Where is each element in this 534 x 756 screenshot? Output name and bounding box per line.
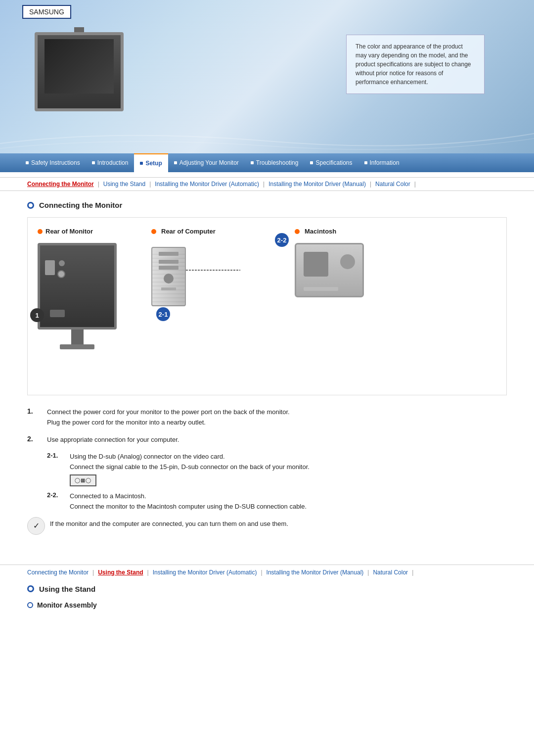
nav-specifications[interactable]: Specifications [304, 153, 358, 172]
nav-introduction[interactable]: Introduction [86, 153, 134, 172]
instruction-2: 2. Use appropriate connection for your c… [27, 435, 507, 445]
sub-instruction-2-1: 2-1. Using the D-sub (Analog) connector … [47, 452, 507, 486]
section1-header: Connecting the Monitor [27, 201, 507, 209]
main-nav: Safety Instructions Introduction Setup A… [0, 153, 534, 172]
stand-section-dot [27, 585, 34, 592]
instructions-list: 1. Connect the power cord for your monit… [27, 407, 507, 512]
note-icon: ✓ [27, 517, 45, 535]
instruction-1: 1. Connect the power cord for your monit… [27, 407, 507, 428]
bottom-breadcrumb-stand[interactable]: Using the Stand [98, 569, 143, 576]
nav-troubleshooting[interactable]: Troubleshooting [245, 153, 305, 172]
computer-tower-image [151, 247, 186, 306]
badge-1: 1 [30, 308, 44, 322]
breadcrumb-nav-bottom: Connecting the Monitor | Using the Stand… [0, 565, 534, 580]
stand-section-title: Using the Stand [39, 585, 95, 593]
bottom-breadcrumb-natural-color[interactable]: Natural Color [373, 569, 408, 576]
bottom-breadcrumb-driver-auto[interactable]: Installing the Monitor Driver (Automatic… [153, 569, 257, 576]
rear-monitor-label: Rear of Monitor [38, 228, 93, 235]
breadcrumb-natural-color[interactable]: Natural Color [375, 181, 410, 188]
connection-diagram: Rear of Monitor 1 [27, 217, 507, 395]
breadcrumb-driver-manual[interactable]: Installing the Monitor Driver (Manual) [268, 181, 366, 188]
note-box: ✓ If the monitor and the computer are co… [27, 517, 507, 535]
breadcrumb-stand[interactable]: Using the Stand [103, 181, 145, 188]
samsung-logo: SAMSUNG [22, 5, 71, 19]
monitor-assembly-dot [27, 602, 33, 608]
macintosh-label: Macintosh [295, 228, 336, 235]
badge-2-1: 2-1 [156, 307, 170, 321]
stand-section: Using the Stand Monitor Assembly [0, 580, 534, 625]
section1-dot [27, 202, 34, 209]
sub-instruction-2-2: 2-2. Connected to a Macintosh. Connect t… [47, 491, 507, 512]
header-info-box: The color and appearance of the product … [346, 35, 485, 94]
monitor-assembly-title: Monitor Assembly [37, 601, 97, 609]
nav-adjusting[interactable]: Adjusting Your Monitor [168, 153, 245, 172]
nav-safety[interactable]: Safety Instructions [20, 153, 86, 172]
breadcrumb-driver-auto[interactable]: Installing the Monitor Driver (Automatic… [155, 181, 259, 188]
connector-icon: ◯​▦​◯ [70, 474, 96, 486]
nav-setup[interactable]: Setup [134, 153, 168, 172]
bottom-breadcrumb-connecting[interactable]: Connecting the Monitor [27, 569, 89, 576]
stand-section-header: Using the Stand [27, 585, 507, 593]
badge-2-2: 2-2 [275, 233, 289, 247]
breadcrumb-nav-top: Connecting the Monitor | Using the Stand… [0, 177, 534, 191]
section1-title: Connecting the Monitor [39, 201, 122, 209]
header-banner: SAMSUNG The color and appearance of the … [0, 0, 534, 153]
monitor-assembly-header: Monitor Assembly [27, 601, 507, 609]
breadcrumb-connecting[interactable]: Connecting the Monitor [27, 181, 94, 188]
bottom-breadcrumb-driver-manual[interactable]: Installing the Monitor Driver (Manual) [267, 569, 364, 576]
main-content: Connecting the Monitor Rear of Monitor [0, 191, 534, 550]
nav-information[interactable]: Information [358, 153, 405, 172]
header-monitor-image [30, 27, 129, 131]
rear-computer-label: Rear of Computer [151, 228, 216, 235]
